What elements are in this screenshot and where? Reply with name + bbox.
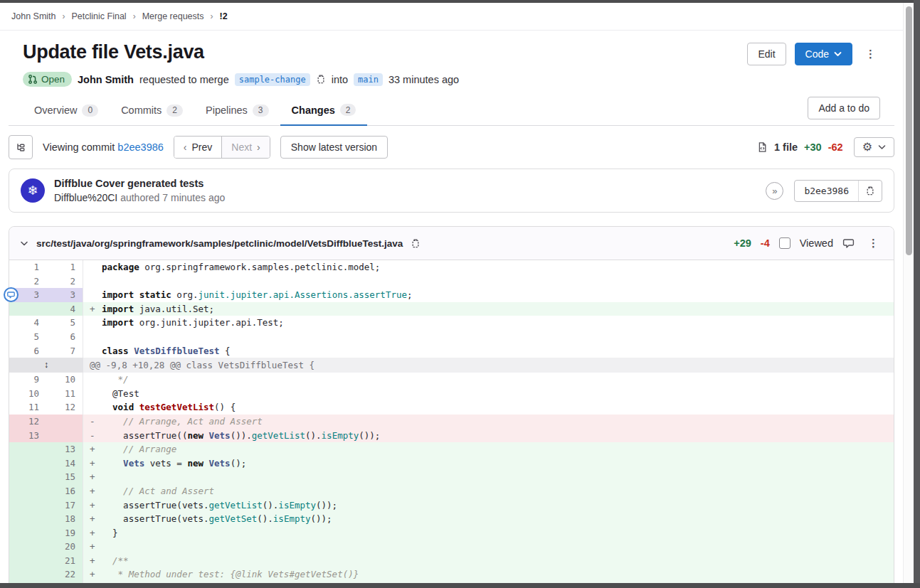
new-line-number[interactable]: 1 <box>46 260 83 274</box>
old-line-number[interactable] <box>9 442 46 456</box>
new-line-number[interactable]: 10 <box>46 373 83 387</box>
prev-commit-button[interactable]: ‹ Prev <box>174 137 222 158</box>
old-line-number[interactable] <box>9 512 46 526</box>
old-line-number[interactable] <box>9 456 46 471</box>
diff-line-code: // Arrange <box>102 442 894 456</box>
old-line-number[interactable] <box>9 484 46 498</box>
new-line-number[interactable]: 21 <box>46 554 83 568</box>
old-line-number[interactable]: 12 <box>9 415 46 429</box>
copy-sha-button[interactable] <box>858 181 882 201</box>
new-line-number[interactable]: 6 <box>46 330 83 344</box>
new-line-number[interactable]: 7 <box>46 344 83 358</box>
code-button-label: Code <box>805 48 829 60</box>
new-line-number[interactable]: 13 <box>46 442 83 456</box>
old-line-number[interactable]: 1 <box>9 260 46 274</box>
commit-author[interactable]: Diffblue%20CI <box>54 192 117 203</box>
tab-count-badge: 3 <box>253 105 269 117</box>
page-scrollbar[interactable] <box>903 3 914 583</box>
diff-line-row: 13+ // Arrange <box>9 442 894 456</box>
scrollbar-thumb[interactable] <box>906 6 912 255</box>
diff-line-code: } <box>102 526 894 540</box>
new-line-number[interactable] <box>46 429 83 443</box>
breadcrumb-item-merge-requests[interactable]: Merge requests <box>142 11 204 21</box>
file-tree-toggle-button[interactable] <box>9 135 33 159</box>
add-todo-button[interactable]: Add a to do <box>808 97 880 119</box>
new-line-number[interactable]: 4 <box>46 302 83 316</box>
old-line-number[interactable]: 10 <box>9 387 46 401</box>
file-additions: +29 <box>734 237 751 249</box>
new-line-number[interactable]: 11 <box>46 387 83 401</box>
tab-pipelines[interactable]: Pipelines 3 <box>194 95 280 125</box>
breadcrumb-item-user[interactable]: John Smith <box>11 11 56 21</box>
tab-commits[interactable]: Commits 2 <box>110 95 194 125</box>
new-line-number[interactable]: 17 <box>46 498 83 513</box>
new-line-number[interactable]: 5 <box>46 316 83 330</box>
expand-lines-button[interactable]: ↕ <box>9 358 83 373</box>
diff-line-sign: + <box>83 442 102 456</box>
old-line-number[interactable]: 2 <box>9 274 46 289</box>
old-line-number[interactable]: 6 <box>9 344 46 358</box>
new-line-number[interactable]: 18 <box>46 512 83 526</box>
copy-branch-icon[interactable] <box>316 74 326 85</box>
source-branch-badge[interactable]: sample-change <box>235 73 310 86</box>
code-button[interactable]: Code <box>795 43 852 65</box>
old-line-number[interactable] <box>9 302 46 316</box>
commit-title[interactable]: Diffblue Cover generated tests <box>54 178 225 189</box>
browse-commit-button[interactable]: » <box>766 182 783 200</box>
copy-file-path-button[interactable] <box>411 238 421 249</box>
comment-icon[interactable] <box>842 237 855 249</box>
diff-line-code: // Arrange, Act and Assert <box>102 415 894 429</box>
tab-count-badge: 2 <box>166 105 183 117</box>
tab-overview[interactable]: Overview 0 <box>23 95 110 125</box>
diff-line-row: 67class VetsDiffblueTest { <box>9 344 894 358</box>
status-badge-label: Open <box>41 74 65 85</box>
mr-author[interactable]: John Smith <box>78 74 134 85</box>
new-line-number[interactable]: 15 <box>46 470 83 484</box>
target-branch-badge[interactable]: main <box>354 73 383 86</box>
new-line-number[interactable]: 14 <box>46 456 83 471</box>
diff-file-header: src/test/java/org/springframework/sample… <box>9 227 894 260</box>
old-line-number[interactable]: 9 <box>9 373 46 387</box>
old-line-number[interactable] <box>9 498 46 513</box>
old-line-number[interactable]: 4 <box>9 316 46 330</box>
viewing-commit-sha-link[interactable]: b2ee3986 <box>117 141 164 153</box>
diff-line-code: * Method under test: {@link Vets#getVetS… <box>102 567 894 582</box>
old-line-number[interactable] <box>9 526 46 540</box>
copy-icon <box>865 186 875 196</box>
old-line-number[interactable]: 5 <box>9 330 46 344</box>
mr-tabs: Overview 0 Commits 2 Pipelines 3 Changes… <box>23 95 367 125</box>
new-line-number[interactable]: 3 <box>46 288 83 302</box>
tab-changes[interactable]: Changes 2 <box>280 95 368 126</box>
old-line-number[interactable]: 13 <box>9 429 46 443</box>
more-options-icon[interactable]: ⋮ <box>861 45 880 63</box>
new-line-number[interactable]: 2 <box>46 274 83 289</box>
diff-line-sign: + <box>83 456 102 471</box>
commit-authored-time: authored 7 minutes ago <box>120 192 225 203</box>
show-latest-version-button[interactable]: Show latest version <box>280 136 388 159</box>
file-path[interactable]: src/test/java/org/springframework/sample… <box>36 238 403 249</box>
new-line-number[interactable]: 16 <box>46 484 83 498</box>
avatar[interactable]: ❄ <box>21 178 45 203</box>
file-options-icon[interactable]: ⋮ <box>864 234 883 252</box>
breadcrumb: John Smith › Petclinic Final › Merge req… <box>0 3 903 31</box>
new-line-number[interactable]: 12 <box>46 400 83 415</box>
breadcrumb-item-project[interactable]: Petclinic Final <box>72 11 127 21</box>
merge-request-page: John Smith › Petclinic Final › Merge req… <box>0 3 903 583</box>
old-line-number[interactable] <box>9 540 46 554</box>
viewed-checkbox[interactable] <box>779 237 791 249</box>
collapse-file-chevron-icon[interactable] <box>20 240 28 247</box>
next-commit-button[interactable]: Next › <box>222 137 269 158</box>
old-line-number[interactable] <box>9 567 46 582</box>
old-line-number[interactable] <box>9 470 46 484</box>
diff-line-code: import org.junit.jupiter.api.Test; <box>102 316 894 330</box>
edit-button[interactable]: Edit <box>747 43 786 65</box>
new-line-number[interactable]: 19 <box>46 526 83 540</box>
new-line-number[interactable] <box>46 415 83 429</box>
diff-line-code: void testGetVetList() { <box>102 400 894 415</box>
diff-line-code: /** <box>102 554 894 568</box>
old-line-number[interactable]: 11 <box>9 400 46 415</box>
diff-settings-button[interactable]: ⚙ <box>854 137 894 157</box>
old-line-number[interactable] <box>9 554 46 568</box>
new-line-number[interactable]: 20 <box>46 540 83 554</box>
new-line-number[interactable]: 22 <box>46 567 83 582</box>
